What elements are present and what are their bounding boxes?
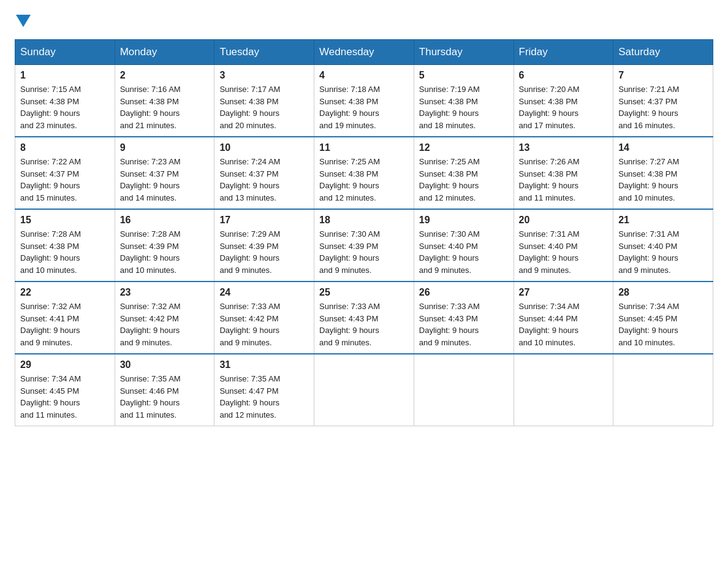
calendar-day-cell: 31Sunrise: 7:35 AMSunset: 4:47 PMDayligh… [214,354,314,426]
weekday-header-row: SundayMondayTuesdayWednesdayThursdayFrid… [15,40,713,65]
day-info: Sunrise: 7:26 AMSunset: 4:38 PMDaylight:… [519,156,609,204]
calendar-day-cell: 6Sunrise: 7:20 AMSunset: 4:38 PMDaylight… [514,65,613,137]
calendar-day-cell: 25Sunrise: 7:33 AMSunset: 4:43 PMDayligh… [314,282,414,354]
weekday-header-tuesday: Tuesday [214,40,314,65]
day-number: 1 [20,70,110,81]
logo [15,15,32,27]
day-number: 7 [618,70,708,81]
calendar-day-cell: 1Sunrise: 7:15 AMSunset: 4:38 PMDaylight… [15,65,115,137]
calendar-day-cell: 18Sunrise: 7:30 AMSunset: 4:39 PMDayligh… [314,209,414,282]
day-info: Sunrise: 7:16 AMSunset: 4:38 PMDaylight:… [120,83,210,131]
day-info: Sunrise: 7:35 AMSunset: 4:46 PMDaylight:… [120,373,210,421]
day-number: 15 [20,215,110,226]
day-info: Sunrise: 7:23 AMSunset: 4:37 PMDaylight:… [120,156,210,204]
day-info: Sunrise: 7:21 AMSunset: 4:37 PMDaylight:… [618,83,708,131]
day-info: Sunrise: 7:25 AMSunset: 4:38 PMDaylight:… [419,156,509,204]
day-number: 10 [219,142,309,153]
calendar-day-cell: 21Sunrise: 7:31 AMSunset: 4:40 PMDayligh… [613,209,713,282]
day-number: 25 [319,287,409,298]
day-number: 6 [519,70,609,81]
calendar-day-cell: 19Sunrise: 7:30 AMSunset: 4:40 PMDayligh… [414,209,514,282]
day-number: 12 [419,142,509,153]
day-number: 23 [120,287,210,298]
day-number: 20 [519,215,609,226]
calendar-day-cell: 3Sunrise: 7:17 AMSunset: 4:38 PMDaylight… [214,65,314,137]
day-info: Sunrise: 7:24 AMSunset: 4:37 PMDaylight:… [219,156,309,204]
weekday-header-friday: Friday [514,40,613,65]
day-info: Sunrise: 7:34 AMSunset: 4:45 PMDaylight:… [20,373,110,421]
day-number: 5 [419,70,509,81]
day-number: 30 [120,359,210,370]
calendar-week-row: 8Sunrise: 7:22 AMSunset: 4:37 PMDaylight… [15,137,713,209]
calendar-day-cell: 5Sunrise: 7:19 AMSunset: 4:38 PMDaylight… [414,65,514,137]
calendar-week-row: 15Sunrise: 7:28 AMSunset: 4:38 PMDayligh… [15,209,713,282]
calendar-day-cell: 29Sunrise: 7:34 AMSunset: 4:45 PMDayligh… [15,354,115,426]
day-info: Sunrise: 7:33 AMSunset: 4:43 PMDaylight:… [319,301,409,348]
day-number: 9 [120,142,210,153]
calendar-day-cell: 13Sunrise: 7:26 AMSunset: 4:38 PMDayligh… [514,137,613,209]
calendar-day-cell: 10Sunrise: 7:24 AMSunset: 4:37 PMDayligh… [214,137,314,209]
day-info: Sunrise: 7:17 AMSunset: 4:38 PMDaylight:… [219,83,309,131]
day-info: Sunrise: 7:28 AMSunset: 4:38 PMDaylight:… [20,228,110,276]
day-number: 2 [120,70,210,81]
day-info: Sunrise: 7:35 AMSunset: 4:47 PMDaylight:… [219,373,309,421]
calendar-day-cell: 12Sunrise: 7:25 AMSunset: 4:38 PMDayligh… [414,137,514,209]
calendar-day-cell: 15Sunrise: 7:28 AMSunset: 4:38 PMDayligh… [15,209,115,282]
day-info: Sunrise: 7:29 AMSunset: 4:39 PMDaylight:… [219,228,309,276]
calendar-day-cell [613,354,713,426]
calendar-day-cell: 2Sunrise: 7:16 AMSunset: 4:38 PMDaylight… [115,65,214,137]
calendar-day-cell: 30Sunrise: 7:35 AMSunset: 4:46 PMDayligh… [115,354,214,426]
day-info: Sunrise: 7:31 AMSunset: 4:40 PMDaylight:… [618,228,708,276]
day-info: Sunrise: 7:27 AMSunset: 4:38 PMDaylight:… [618,156,708,204]
day-info: Sunrise: 7:34 AMSunset: 4:44 PMDaylight:… [519,301,609,348]
calendar-week-row: 22Sunrise: 7:32 AMSunset: 4:41 PMDayligh… [15,282,713,354]
day-info: Sunrise: 7:18 AMSunset: 4:38 PMDaylight:… [319,83,409,131]
day-info: Sunrise: 7:30 AMSunset: 4:39 PMDaylight:… [319,228,409,276]
calendar-day-cell [414,354,514,426]
day-number: 26 [419,287,509,298]
calendar-day-cell: 7Sunrise: 7:21 AMSunset: 4:37 PMDaylight… [613,65,713,137]
page-header [15,15,713,27]
day-number: 19 [419,215,509,226]
calendar-day-cell: 23Sunrise: 7:32 AMSunset: 4:42 PMDayligh… [115,282,214,354]
day-number: 3 [219,70,309,81]
day-info: Sunrise: 7:33 AMSunset: 4:43 PMDaylight:… [419,301,509,348]
day-info: Sunrise: 7:20 AMSunset: 4:38 PMDaylight:… [519,83,609,131]
day-info: Sunrise: 7:32 AMSunset: 4:41 PMDaylight:… [20,301,110,348]
weekday-header-monday: Monday [115,40,214,65]
weekday-header-sunday: Sunday [15,40,115,65]
calendar-day-cell: 14Sunrise: 7:27 AMSunset: 4:38 PMDayligh… [613,137,713,209]
day-info: Sunrise: 7:32 AMSunset: 4:42 PMDaylight:… [120,301,210,348]
day-number: 17 [219,215,309,226]
calendar-day-cell: 16Sunrise: 7:28 AMSunset: 4:39 PMDayligh… [115,209,214,282]
day-number: 27 [519,287,609,298]
weekday-header-thursday: Thursday [414,40,514,65]
calendar-day-cell: 22Sunrise: 7:32 AMSunset: 4:41 PMDayligh… [15,282,115,354]
day-info: Sunrise: 7:31 AMSunset: 4:40 PMDaylight:… [519,228,609,276]
day-info: Sunrise: 7:15 AMSunset: 4:38 PMDaylight:… [20,83,110,131]
day-number: 11 [319,142,409,153]
day-number: 28 [618,287,708,298]
day-info: Sunrise: 7:25 AMSunset: 4:38 PMDaylight:… [319,156,409,204]
calendar-week-row: 1Sunrise: 7:15 AMSunset: 4:38 PMDaylight… [15,65,713,137]
calendar-day-cell: 20Sunrise: 7:31 AMSunset: 4:40 PMDayligh… [514,209,613,282]
day-info: Sunrise: 7:19 AMSunset: 4:38 PMDaylight:… [419,83,509,131]
calendar-day-cell: 17Sunrise: 7:29 AMSunset: 4:39 PMDayligh… [214,209,314,282]
logo-triangle-icon [16,15,31,27]
weekday-header-saturday: Saturday [613,40,713,65]
calendar-day-cell: 8Sunrise: 7:22 AMSunset: 4:37 PMDaylight… [15,137,115,209]
calendar-day-cell: 26Sunrise: 7:33 AMSunset: 4:43 PMDayligh… [414,282,514,354]
calendar-day-cell: 4Sunrise: 7:18 AMSunset: 4:38 PMDaylight… [314,65,414,137]
day-number: 16 [120,215,210,226]
calendar-day-cell: 9Sunrise: 7:23 AMSunset: 4:37 PMDaylight… [115,137,214,209]
calendar-day-cell: 27Sunrise: 7:34 AMSunset: 4:44 PMDayligh… [514,282,613,354]
calendar-day-cell: 24Sunrise: 7:33 AMSunset: 4:42 PMDayligh… [214,282,314,354]
day-number: 18 [319,215,409,226]
day-number: 13 [519,142,609,153]
day-info: Sunrise: 7:34 AMSunset: 4:45 PMDaylight:… [618,301,708,348]
day-number: 31 [219,359,309,370]
day-info: Sunrise: 7:22 AMSunset: 4:37 PMDaylight:… [20,156,110,204]
day-number: 4 [319,70,409,81]
day-number: 29 [20,359,110,370]
calendar-day-cell [514,354,613,426]
